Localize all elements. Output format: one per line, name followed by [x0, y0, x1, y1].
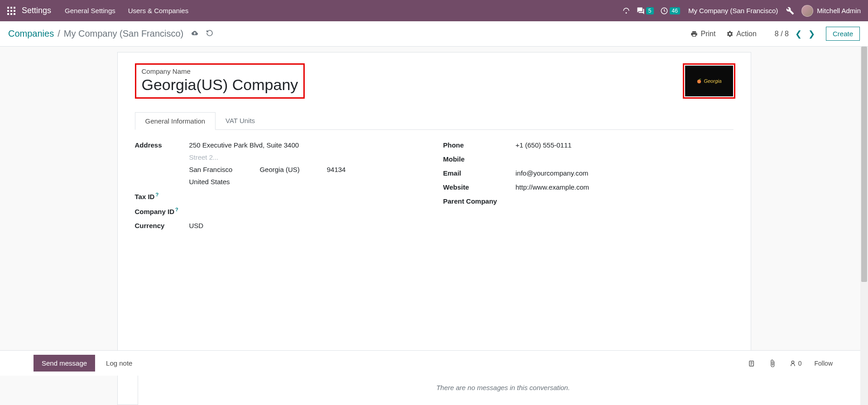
svg-rect-5: [14, 10, 15, 12]
zip-field[interactable]: 94134: [327, 166, 346, 173]
company-logo[interactable]: Georgia: [683, 63, 735, 99]
company-switcher[interactable]: My Company (San Francisco): [688, 7, 778, 14]
company-name-value: Georgia(US) Company: [142, 76, 298, 94]
svg-rect-7: [10, 13, 12, 15]
log-note-button[interactable]: Log note: [106, 359, 132, 367]
svg-rect-3: [7, 10, 9, 12]
cloud-upload-icon[interactable]: [191, 30, 199, 38]
followers-count[interactable]: 0: [789, 360, 802, 367]
city-field[interactable]: San Francisco: [189, 166, 233, 173]
help-icon[interactable]: ?: [175, 207, 178, 212]
nav-general-settings[interactable]: General Settings: [65, 7, 115, 14]
pager: 8 / 8 ❮ ❯: [775, 29, 815, 39]
phone-label: Phone: [443, 141, 516, 149]
company-name-field[interactable]: Company Name Georgia(US) Company: [135, 63, 305, 99]
address-label: Address: [135, 141, 189, 149]
mobile-label: Mobile: [443, 155, 516, 163]
left-column: Address 250 Executive Park Blvd, Suite 3…: [135, 138, 425, 233]
svg-rect-8: [14, 13, 15, 15]
right-column: Phone +1 (650) 555-0111 Mobile Email inf…: [443, 138, 734, 233]
website-label: Website: [443, 183, 516, 191]
email-field[interactable]: info@yourcompany.com: [516, 169, 734, 177]
street2-field[interactable]: Street 2...: [189, 153, 425, 161]
svg-rect-6: [7, 13, 9, 15]
website-field[interactable]: http://www.example.com: [516, 183, 734, 191]
print-button[interactable]: Print: [691, 30, 715, 38]
tab-vat-units[interactable]: VAT Units: [216, 112, 265, 129]
svg-point-9: [626, 12, 627, 13]
tax-id-label: Tax ID?: [135, 192, 189, 200]
user-avatar[interactable]: [801, 5, 813, 17]
control-bar: Companies / My Company (San Francisco) P…: [0, 21, 868, 47]
pager-next-icon[interactable]: ❯: [808, 29, 815, 39]
svg-point-11: [697, 80, 701, 83]
tab-general-information[interactable]: General Information: [135, 112, 216, 130]
tabs: General Information VAT Units: [135, 112, 734, 130]
svg-rect-0: [7, 7, 9, 9]
pager-text[interactable]: 8 / 8: [775, 30, 789, 38]
email-label: Email: [443, 169, 516, 177]
phone-field[interactable]: +1 (650) 555-0111: [516, 141, 734, 149]
currency-field[interactable]: USD: [189, 222, 425, 229]
chatter-empty-message: There are no messages in this conversati…: [138, 376, 868, 405]
attachment-icon[interactable]: [768, 359, 777, 367]
svg-rect-1: [10, 7, 12, 9]
currency-label: Currency: [135, 222, 189, 229]
user-name[interactable]: Mitchell Admin: [817, 7, 861, 14]
parent-company-label: Parent Company: [443, 197, 516, 205]
company-name-label: Company Name: [142, 67, 298, 75]
help-icon[interactable]: ?: [155, 192, 158, 197]
breadcrumb-root[interactable]: Companies: [8, 29, 54, 39]
chatter: Send message Log note 0 Follow There are…: [0, 350, 868, 405]
top-navbar: Settings General Settings Users & Compan…: [0, 0, 868, 21]
scrollbar[interactable]: [860, 47, 868, 405]
messages-badge: 5: [646, 7, 654, 14]
breadcrumb: Companies / My Company (San Francisco): [8, 29, 183, 39]
apps-icon[interactable]: [7, 7, 15, 15]
messages-icon[interactable]: 5: [637, 7, 654, 15]
network-icon[interactable]: [622, 7, 630, 15]
breadcrumb-current: My Company (San Francisco): [64, 29, 184, 39]
attachments-list-icon[interactable]: [748, 360, 756, 367]
create-button[interactable]: Create: [826, 27, 860, 41]
activities-badge: 46: [670, 7, 680, 14]
company-id-label: Company ID?: [135, 207, 189, 215]
svg-rect-4: [10, 10, 12, 12]
activities-icon[interactable]: 46: [660, 7, 680, 15]
state-field[interactable]: Georgia (US): [259, 166, 299, 173]
follow-button[interactable]: Follow: [815, 360, 833, 367]
debug-icon[interactable]: [786, 7, 794, 15]
discard-icon[interactable]: [206, 29, 213, 38]
country-field[interactable]: United States: [189, 178, 425, 186]
svg-rect-2: [14, 7, 15, 9]
app-brand[interactable]: Settings: [22, 6, 51, 15]
action-button[interactable]: Action: [726, 30, 756, 38]
send-message-button[interactable]: Send message: [34, 355, 95, 372]
pager-prev-icon[interactable]: ❮: [795, 29, 802, 39]
svg-point-16: [791, 361, 794, 363]
nav-users-companies[interactable]: Users & Companies: [128, 7, 188, 14]
street-field[interactable]: 250 Executive Park Blvd, Suite 3400: [189, 141, 425, 149]
